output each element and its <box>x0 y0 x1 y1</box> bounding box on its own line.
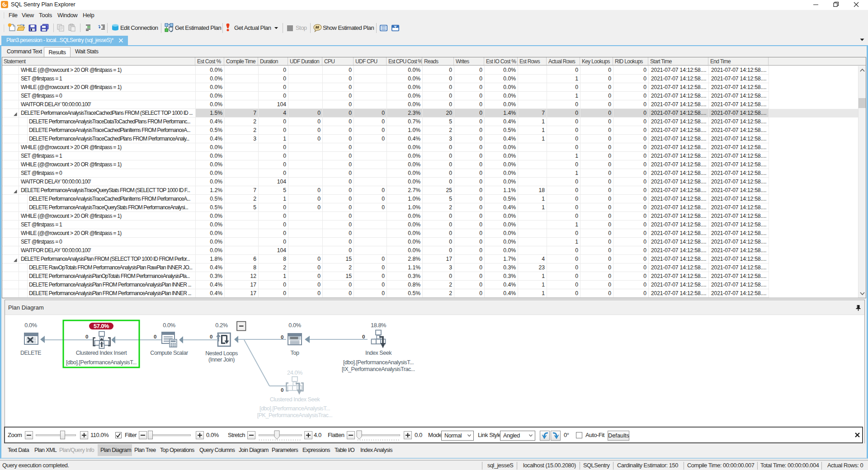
svg-text:(Inner Join): (Inner Join) <box>208 357 235 363</box>
svg-text:0.2%: 0.2% <box>215 322 227 329</box>
svg-text:0: 0 <box>281 334 283 340</box>
svg-text:0: 0 <box>210 334 212 339</box>
svg-text:[IX_PerformanceAnalysisTrac...: [IX_PerformanceAnalysisTrac... <box>342 366 415 372</box>
svg-text:[dbo].[PerformanceAnalysisT...: [dbo].[PerformanceAnalysisT... <box>343 359 414 366</box>
svg-text:57.0%: 57.0% <box>94 323 109 329</box>
svg-text:Nested Loops: Nested Loops <box>205 350 238 357</box>
svg-text:0: 0 <box>362 334 365 339</box>
svg-text:Clustered Index Seek: Clustered Index Seek <box>270 396 321 403</box>
svg-text:18.8%: 18.8% <box>371 322 386 329</box>
svg-text:DELETE: DELETE <box>20 350 41 356</box>
svg-text:Clustered Index Insert: Clustered Index Insert <box>76 350 127 356</box>
svg-text:Index Seek: Index Seek <box>365 350 392 356</box>
svg-text:[PK_PerformanceAnalysisTrac...: [PK_PerformanceAnalysisTrac... <box>257 412 333 418</box>
svg-text:Compute Scalar: Compute Scalar <box>150 350 188 356</box>
svg-text:0.0%: 0.0% <box>288 322 301 329</box>
svg-text:[dbo].[PerformanceAnalysisT...: [dbo].[PerformanceAnalysisT... <box>66 359 137 366</box>
svg-text:Top: Top <box>291 350 299 356</box>
svg-text:[dbo].[PerformanceAnalysisT...: [dbo].[PerformanceAnalysisT... <box>259 405 330 412</box>
svg-text:0: 0 <box>281 387 283 393</box>
svg-text:0.0%: 0.0% <box>24 322 37 329</box>
svg-text:0: 0 <box>154 334 156 339</box>
svg-text:0: 0 <box>85 334 88 339</box>
svg-text:0.0%: 0.0% <box>163 322 175 329</box>
svg-text:24.0%: 24.0% <box>287 369 302 376</box>
